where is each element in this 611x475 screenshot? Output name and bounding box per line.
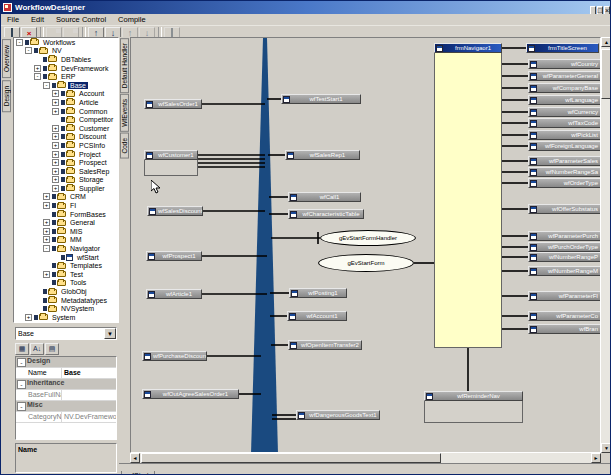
diagram-node-wfoutagreesalesorder1[interactable]: wfOutAgreeSalesOrder1 <box>142 389 239 399</box>
diagram-node-wfbran[interactable]: wfBran <box>528 324 601 334</box>
expand-icon[interactable]: + <box>52 125 59 132</box>
diagram-node-wfforeignlanguage[interactable]: wfForeignLanguage <box>528 141 601 151</box>
expand-icon[interactable]: + <box>43 202 50 209</box>
diagram-node-wfcall1[interactable]: wfCall1 <box>288 192 361 202</box>
expand-icon[interactable]: + <box>52 151 59 158</box>
diagram-node-wfdangerousgoodstext1[interactable]: wfDangerousGoodsText1 <box>296 410 380 420</box>
scroll-up-icon[interactable]: ▲ <box>601 37 611 47</box>
diagram-node-wfcountry[interactable]: wfCountry <box>528 59 601 69</box>
vscroll-thumb[interactable] <box>601 49 611 99</box>
collapse-icon[interactable]: - <box>43 245 50 252</box>
canvas-horizontal-scrollbar[interactable]: ◄ ► <box>130 453 601 463</box>
tree-item-templates[interactable]: Templates <box>14 261 118 270</box>
tab-wfstart[interactable]: wfStart <box>121 471 155 475</box>
property-value[interactable]: NV.DevFramework.Fra <box>62 412 116 422</box>
collapse-icon[interactable]: - <box>17 402 26 411</box>
tree-item-general[interactable]: +General <box>14 218 118 227</box>
tree-item-common[interactable]: +Common <box>14 107 118 116</box>
diagram-node-wfteststart1[interactable]: wfTestStart1 <box>281 94 361 104</box>
menu-file[interactable]: File <box>1 14 25 25</box>
diagram-node-wfaccount1[interactable]: wfAccount1 <box>287 311 347 321</box>
tree-item-competitor[interactable]: Competitor <box>14 115 118 124</box>
expand-icon[interactable]: + <box>52 133 59 140</box>
tree-item-salesrep[interactable]: +SalesRep <box>14 167 118 176</box>
property-value[interactable]: Base <box>62 368 116 378</box>
property-row[interactable]: BaseFullName <box>16 390 116 401</box>
tree-item-mm[interactable]: +MM <box>14 236 118 245</box>
diagram-node-wfsalesdiscount[interactable]: wfSalesDiscount <box>147 206 203 216</box>
tree-item-devframework[interactable]: +DevFramework <box>14 64 118 73</box>
diagram-node-wfsalesorder1[interactable]: wfSalesOrder1 <box>144 99 202 109</box>
sort-alpha-button[interactable]: A↓ <box>30 343 44 355</box>
canvas-vertical-scrollbar[interactable]: ▲ ▼ <box>601 37 611 453</box>
expand-icon[interactable]: + <box>43 236 50 243</box>
diagram-node-wfordertype[interactable]: wfOrderType <box>528 178 601 188</box>
workflow-tree[interactable]: -Workflows-NVDBTables+DevFramework-ERP-B… <box>13 37 119 323</box>
diagram-node-wfcustomer1[interactable]: wfCustomer1 <box>144 150 198 176</box>
scroll-left-icon[interactable]: ◄ <box>130 453 140 463</box>
tab-default-handler[interactable]: Default Handler <box>120 38 129 93</box>
tree-item-tools[interactable]: Tools <box>14 279 118 288</box>
diagram-node-wfpicklist[interactable]: wfPickList <box>528 130 601 140</box>
property-category[interactable]: -Inheritance <box>16 379 116 390</box>
tab-wfevents[interactable]: WfEvents <box>120 94 129 132</box>
expand-icon[interactable]: + <box>52 176 59 183</box>
tree-item-workflows[interactable]: -Workflows <box>14 38 118 47</box>
object-selector[interactable]: Base ▼ <box>15 327 117 340</box>
property-grid[interactable]: -DesignNameBase-InheritanceBaseFullName-… <box>15 356 117 440</box>
tree-item-project[interactable]: +Project <box>14 150 118 159</box>
diagram-node-frmnavigaor1[interactable]: frmNavigaor1 <box>434 43 502 348</box>
tree-item-erp[interactable]: -ERP <box>14 72 118 81</box>
tree-item-mis[interactable]: +MIS <box>14 227 118 236</box>
collapse-icon[interactable]: - <box>17 380 26 389</box>
expand-icon[interactable]: + <box>43 193 50 200</box>
expand-icon[interactable]: + <box>52 108 59 115</box>
tree-item-prospect[interactable]: +Prospect <box>14 158 118 167</box>
tree-item-navigator[interactable]: -Navigator <box>14 244 118 253</box>
tree-item-customer[interactable]: +Customer <box>14 124 118 133</box>
tree-item-formbases[interactable]: FormBases <box>14 210 118 219</box>
scroll-right-icon[interactable]: ► <box>591 453 601 463</box>
tree-item-fi[interactable]: +FI <box>14 201 118 210</box>
diagram-node-wftaxcode[interactable]: wfTaxCode <box>528 118 601 128</box>
diagram-node-frmtitlescreen[interactable]: frmTitleScreen <box>526 43 599 53</box>
tab-overview[interactable]: Overview <box>2 39 11 78</box>
diagram-node-wfparameterfi[interactable]: wfParameterFI <box>528 291 601 301</box>
tree-item-pcsinfo[interactable]: +PCSInfo <box>14 141 118 150</box>
diagram-node-wfparametersales[interactable]: wfParameterSales <box>528 156 601 166</box>
diagram-node-gevstartformhandler[interactable]: gEvStartFormHandler <box>320 230 416 246</box>
property-row[interactable]: NameBase <box>16 368 116 379</box>
expand-icon[interactable]: + <box>52 168 59 175</box>
diagram-node-wfpurchasediscount[interactable]: wfPurchaseDiscount <box>142 351 207 361</box>
tree-item-discount[interactable]: +Discount <box>14 133 118 142</box>
tree-item-nvsystem[interactable]: NVSystem <box>14 304 118 313</box>
tree-item-wfstart[interactable]: wfStart <box>14 253 118 262</box>
tree-item-storage[interactable]: +Storage <box>14 176 118 185</box>
collapse-icon[interactable]: - <box>25 47 32 54</box>
property-row[interactable]: CategoryNameNV.DevFramework.Fra <box>16 412 116 423</box>
diagram-node-wfprospect1[interactable]: wfProspect1 <box>146 251 202 261</box>
menu-compile[interactable]: Compile <box>112 14 152 25</box>
diagram-node-wfparametergeneral[interactable]: wfParameterGeneral <box>528 71 601 81</box>
tree-item-nv[interactable]: -NV <box>14 47 118 56</box>
tree-item-base[interactable]: -Base <box>14 81 118 90</box>
tab-code[interactable]: Code <box>120 133 129 159</box>
hscroll-thumb[interactable] <box>141 453 441 463</box>
expand-icon[interactable]: + <box>52 159 59 166</box>
workflow-canvas[interactable]: wfSalesOrder1wfCustomer1wfSalesDiscountw… <box>130 37 601 453</box>
diagram-node-wfparameterco[interactable]: wfParameterCo <box>528 311 601 321</box>
property-value[interactable] <box>62 390 116 400</box>
diagram-node-wfopenitemtransfer2[interactable]: wfOpenItemTransfer2 <box>288 340 362 350</box>
tree-item-supplier[interactable]: +Supplier <box>14 184 118 193</box>
collapse-icon[interactable]: - <box>43 82 50 89</box>
diagram-node-wfparameterpurch[interactable]: wfParameterPurch <box>528 231 601 241</box>
diagram-node-wfcurrency[interactable]: wfCurrency <box>528 107 601 117</box>
diagram-node-wfremindernav[interactable]: wfReminderNav <box>424 391 523 423</box>
tree-item-article[interactable]: +Article <box>14 98 118 107</box>
expand-icon[interactable]: + <box>43 228 50 235</box>
property-category[interactable]: -Misc <box>16 401 116 412</box>
diagram-node-wfnumberrangep[interactable]: wfNumberRangeP <box>528 252 601 262</box>
expand-icon[interactable]: + <box>52 99 59 106</box>
tree-item-crm[interactable]: +CRM <box>14 193 118 202</box>
diagram-node-gevstartform[interactable]: gEvStartForm <box>318 254 414 272</box>
